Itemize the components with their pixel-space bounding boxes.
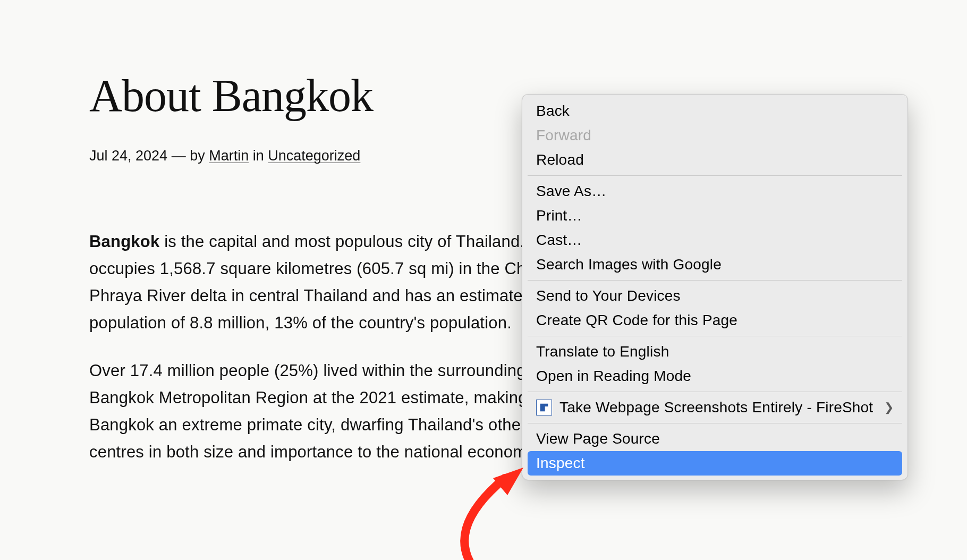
article-date: Jul 24, 2024 bbox=[89, 148, 167, 164]
author-link[interactable]: Martin bbox=[209, 148, 249, 164]
article-meta: Jul 24, 2024 — by Martin in Uncategorize… bbox=[89, 148, 595, 164]
chevron-right-icon: ❯ bbox=[884, 401, 894, 414]
menu-separator bbox=[528, 175, 902, 176]
menu-item-back[interactable]: Back bbox=[528, 99, 902, 123]
menu-item-forward: Forward bbox=[528, 123, 902, 148]
fireshot-icon bbox=[536, 400, 552, 415]
menu-item-print[interactable]: Print… bbox=[528, 203, 902, 228]
paragraph-1: Bangkok is the capital and most populous… bbox=[89, 228, 595, 337]
menu-item-fireshot[interactable]: Take Webpage Screenshots Entirely - Fire… bbox=[528, 395, 902, 420]
menu-item-save-as[interactable]: Save As… bbox=[528, 179, 902, 203]
context-menu: Back Forward Reload Save As… Print… Cast… bbox=[522, 94, 908, 480]
menu-separator bbox=[528, 280, 902, 281]
lead-bold: Bangkok bbox=[89, 232, 159, 251]
menu-item-reload[interactable]: Reload bbox=[528, 148, 902, 172]
menu-item-create-qr[interactable]: Create QR Code for this Page bbox=[528, 308, 902, 333]
menu-separator bbox=[528, 423, 902, 423]
menu-item-cast[interactable]: Cast… bbox=[528, 228, 902, 252]
category-link[interactable]: Uncategorized bbox=[268, 148, 360, 164]
menu-item-inspect[interactable]: Inspect bbox=[528, 451, 902, 476]
svg-marker-0 bbox=[493, 468, 523, 495]
menu-item-reading-mode[interactable]: Open in Reading Mode bbox=[528, 364, 902, 388]
paragraph-2: Over 17.4 million people (25%) lived wit… bbox=[89, 357, 595, 466]
menu-item-send-devices[interactable]: Send to Your Devices bbox=[528, 284, 902, 308]
menu-separator bbox=[528, 336, 902, 336]
menu-item-translate[interactable]: Translate to English bbox=[528, 340, 902, 364]
by-prefix: by bbox=[190, 148, 205, 164]
menu-item-search-images[interactable]: Search Images with Google bbox=[528, 252, 902, 277]
article-body: Bangkok is the capital and most populous… bbox=[89, 228, 595, 465]
menu-separator bbox=[528, 392, 902, 392]
page-title: About Bangkok bbox=[89, 69, 595, 122]
menu-item-view-source[interactable]: View Page Source bbox=[528, 427, 902, 451]
in-prefix: in bbox=[253, 148, 264, 164]
